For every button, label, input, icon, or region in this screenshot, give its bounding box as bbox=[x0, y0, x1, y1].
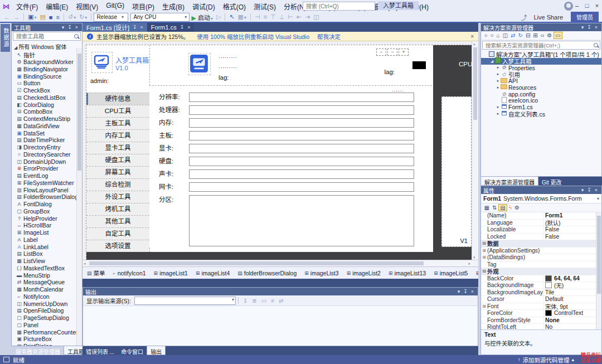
expander-icon[interactable]: ⊞ bbox=[481, 248, 487, 253]
menu-item[interactable]: 格式(O) bbox=[219, 2, 250, 11]
explorer-tool-icon[interactable]: ▭ bbox=[554, 32, 562, 39]
toolbox-item[interactable]: ▦ DataGridView bbox=[15, 123, 82, 130]
forward-icon[interactable]: → bbox=[12, 14, 21, 21]
close-icon[interactable]: × bbox=[74, 25, 80, 30]
toolbox-item[interactable]: ▤ PrintDialog bbox=[15, 343, 82, 346]
add-to-source-control-button[interactable]: ↑ 添加到源代码管理 ▴ bbox=[516, 356, 576, 364]
menu-caret-icon[interactable]: ▾ bbox=[580, 187, 586, 193]
explorer-tool-icon[interactable]: ⚙ bbox=[546, 32, 554, 38]
expander-icon[interactable]: ▸ bbox=[496, 65, 501, 70]
toolbox-title-bar[interactable]: 工具箱 ▾ ↧ × bbox=[12, 23, 82, 31]
output-tool-icon[interactable]: ▭ bbox=[259, 298, 269, 304]
output-tool-icon[interactable]: ↧ bbox=[241, 298, 250, 304]
solution-tree-item[interactable]: ▸ Resources bbox=[481, 84, 601, 91]
attach-icon[interactable]: ▷ bbox=[215, 13, 222, 21]
menu-item[interactable]: 调试(D) bbox=[188, 2, 219, 11]
align-icon[interactable]: ⊢ bbox=[286, 13, 295, 21]
save-icon[interactable]: ■ bbox=[47, 14, 55, 21]
properties-tool-icon[interactable]: ▤ bbox=[498, 204, 507, 211]
designer-textbox[interactable] bbox=[189, 169, 414, 179]
designer-textbox[interactable] bbox=[189, 118, 414, 128]
toolbox-item[interactable]: ▬ MenuStrip bbox=[15, 271, 82, 279]
platform-combo[interactable]: Any CPU▾ bbox=[130, 13, 190, 22]
tray-component[interactable]: ▤ folderBrowserDialog bbox=[237, 270, 297, 276]
panel-tab[interactable]: 命令窗口 bbox=[118, 346, 147, 355]
lag-label[interactable]: lag: bbox=[384, 69, 395, 75]
toolbox-item[interactable]: ▢ PageSetupDialog bbox=[15, 314, 82, 322]
pin-icon[interactable]: ↧ bbox=[133, 25, 137, 30]
form-nav-button[interactable]: CPU工具 bbox=[86, 105, 149, 117]
tray-component[interactable]: ⌐ notifyIcon1 bbox=[113, 270, 146, 276]
grid-tool-icon[interactable]: ▦ bbox=[236, 13, 248, 21]
minimize-button[interactable]: – bbox=[572, 0, 582, 11]
open-folder-icon[interactable]: ▤ bbox=[38, 13, 47, 21]
menu-item[interactable]: 测试(S) bbox=[250, 2, 280, 11]
admin-button[interactable]: 管理员 bbox=[571, 12, 599, 22]
form-nav-button[interactable]: 硬件信息 bbox=[86, 93, 149, 105]
menu-caret-icon[interactable]: ▾ bbox=[580, 25, 586, 30]
back-icon[interactable]: ← bbox=[2, 14, 12, 21]
close-icon[interactable]: × bbox=[593, 25, 599, 30]
properties-scrollbar[interactable] bbox=[596, 212, 601, 329]
explorer-tool-icon[interactable]: ⊞ bbox=[532, 32, 539, 38]
designer-textbox[interactable] bbox=[189, 131, 414, 140]
explorer-tool-icon[interactable]: ⇄ bbox=[509, 32, 517, 38]
form-nav-button[interactable]: 屏幕工具 bbox=[86, 166, 149, 178]
expander-icon[interactable]: ⊞ bbox=[481, 304, 487, 309]
toolbox-item[interactable]: ▦ PerformanceCounter bbox=[15, 328, 82, 336]
restart-100-link[interactable]: 使用 100% 缩放比例重新启动 Visual Studio bbox=[197, 32, 309, 41]
toolbox-item[interactable]: ▢ GroupBox bbox=[15, 208, 82, 215]
toolbox-item[interactable]: A LinkLabel bbox=[15, 243, 82, 250]
form-nav-button[interactable]: 自定工具 bbox=[86, 227, 149, 240]
tray-component[interactable]: ⊞ imageList1 bbox=[154, 270, 188, 276]
expander-icon[interactable]: ⊞ bbox=[481, 255, 487, 260]
toolbox-item[interactable]: ▤ FolderBrowserDialog bbox=[15, 193, 82, 201]
dock-tab[interactable]: 解决方案资源管理器 bbox=[480, 177, 538, 186]
align-icon[interactable]: ≡ bbox=[262, 13, 269, 21]
tray-component[interactable]: ▤ 菜单 bbox=[87, 269, 105, 277]
pointer-tool-icon[interactable]: ↖ bbox=[227, 13, 236, 21]
properties-tool-icon[interactable]: ▦ bbox=[483, 205, 491, 211]
document-tab[interactable]: Form1.cs [设计] ↧ × bbox=[82, 23, 147, 32]
start-debug-button[interactable]: ▶ 启动 bbox=[190, 13, 215, 22]
expander-icon[interactable]: ▸ bbox=[496, 79, 501, 83]
toolbox-item[interactable]: ▤ ListBox bbox=[15, 250, 82, 258]
tray-component[interactable]: ⊞ imageList5 bbox=[434, 270, 468, 276]
output-tool-icon[interactable]: ⇄ bbox=[276, 298, 285, 304]
menu-item[interactable]: 编辑(E) bbox=[42, 2, 72, 11]
form-version-label[interactable]: V1.0 bbox=[115, 65, 128, 71]
menu-caret-icon[interactable]: ▾ bbox=[456, 289, 462, 294]
explorer-tool-icon[interactable]: ◫ bbox=[501, 32, 509, 38]
toolbox-item[interactable]: ⊞ ImageList bbox=[15, 229, 82, 236]
admin-label[interactable]: admin: bbox=[90, 77, 109, 84]
expander-icon[interactable]: ⊟ bbox=[481, 269, 487, 274]
form-nav-button[interactable]: 综合检测 bbox=[86, 178, 149, 191]
placeholder-label[interactable]: ......... bbox=[219, 53, 237, 59]
property-row[interactable]: Language (默认) bbox=[481, 220, 601, 227]
quick-search-box[interactable] bbox=[303, 2, 375, 11]
align-icon[interactable]: ◫ bbox=[312, 13, 321, 21]
field-label[interactable]: 声卡: bbox=[159, 169, 189, 179]
pin-icon[interactable]: ↧ bbox=[66, 25, 74, 30]
header-logo[interactable] bbox=[188, 53, 211, 75]
toolbox-item[interactable]: (.) MaskedTextBox bbox=[15, 265, 82, 272]
form-window-button[interactable]: × bbox=[399, 48, 409, 56]
expander-icon[interactable]: ▸ bbox=[496, 111, 501, 116]
output-content[interactable] bbox=[83, 306, 478, 345]
property-row[interactable]: FormBorderStyle None bbox=[481, 317, 601, 324]
properties-tool-icon[interactable]: ⚙ bbox=[513, 205, 521, 211]
form-nav-button[interactable]: 主板工具 bbox=[86, 117, 149, 129]
menu-item[interactable]: 生成(B) bbox=[158, 2, 188, 11]
align-icon[interactable]: ⇥ bbox=[303, 13, 312, 21]
solution-tree-item[interactable]: app.config bbox=[481, 91, 601, 98]
maximize-button[interactable]: □ bbox=[582, 0, 592, 11]
solution-tree-item[interactable]: ◢ 入梦工具箱 bbox=[481, 58, 601, 65]
designer-vertical-scrollbar[interactable]: ▴ ▾ bbox=[472, 41, 478, 260]
properties-object-combo[interactable]: Form1 System.Windows.Forms.Form ▾ bbox=[481, 194, 601, 203]
form-sidebar-panel[interactable]: 入梦工具箱 V1.0 admin: 硬件信息CPU工具主板工具内存工具显卡工具硬… bbox=[86, 45, 150, 252]
solution-tree-item[interactable]: exeIcon.ico bbox=[481, 98, 601, 104]
menu-caret-icon[interactable]: ▾ bbox=[60, 25, 66, 30]
solution-tree-item[interactable]: ▸ API bbox=[481, 77, 601, 84]
designer-textbox[interactable] bbox=[189, 195, 414, 246]
toolbox-item[interactable]: ↔ HScrollBar bbox=[15, 222, 82, 229]
